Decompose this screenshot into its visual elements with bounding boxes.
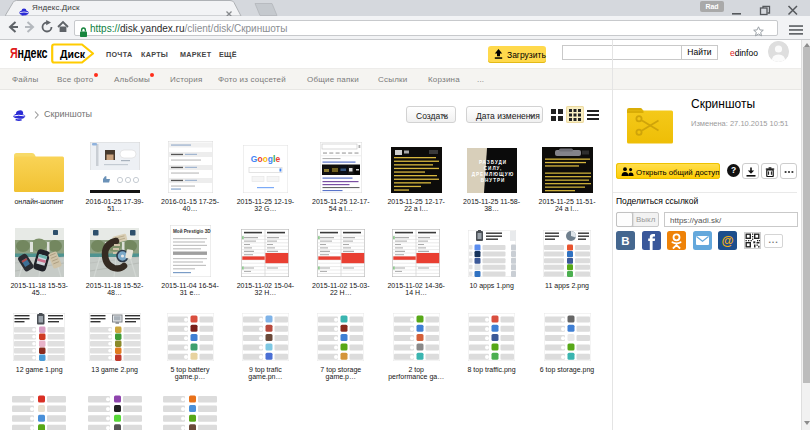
new-tab-button[interactable] bbox=[250, 2, 280, 15]
service-menu-4[interactable]: ЕЩЁ bbox=[219, 50, 237, 59]
file-tile[interactable]: Мой Prestigio 3D2015-11-04 16-54-31 e… bbox=[153, 217, 228, 297]
file-thumbnail[interactable] bbox=[90, 228, 139, 277]
tab-close-icon[interactable] bbox=[225, 4, 233, 12]
file-tile[interactable]: 5 top batterygame.p… bbox=[153, 301, 228, 381]
nav-item-3[interactable]: Альбомы bbox=[114, 75, 150, 84]
scroll-down-icon[interactable] bbox=[804, 421, 810, 425]
share-access-button[interactable]: Открыть общий доступ bbox=[616, 163, 720, 179]
file-tile[interactable]: 13 game 2.png bbox=[77, 301, 152, 373]
file-tile[interactable]: 10 apps 1.png bbox=[454, 217, 529, 289]
file-thumbnail[interactable]: Мой Prestigio 3D bbox=[170, 225, 211, 277]
file-thumbnail[interactable] bbox=[12, 394, 66, 430]
forward-icon[interactable] bbox=[23, 20, 37, 34]
file-thumbnail[interactable] bbox=[468, 230, 516, 277]
yandex-logo[interactable]: Яндекс bbox=[10, 45, 47, 61]
file-thumbnail[interactable] bbox=[468, 313, 515, 361]
username[interactable]: edinfoo bbox=[730, 48, 758, 58]
file-thumbnail[interactable] bbox=[542, 147, 593, 193]
file-thumbnail[interactable] bbox=[544, 313, 591, 361]
file-thumbnail[interactable] bbox=[317, 313, 364, 361]
more-share-button[interactable]: ... bbox=[764, 234, 783, 248]
file-tile[interactable]: 2015-11-25 12-17-22 a l… bbox=[379, 133, 454, 213]
nav-item-2[interactable]: Все фото bbox=[57, 75, 94, 84]
lock-icon[interactable] bbox=[79, 24, 88, 34]
file-tile[interactable]: 2015-11-18 15-52-48… bbox=[77, 217, 152, 297]
file-tile[interactable]: 2016-01-15 17-25-40… bbox=[153, 133, 228, 213]
search-button[interactable]: Найти bbox=[681, 45, 718, 60]
scroll-up-icon[interactable] bbox=[804, 43, 810, 47]
disk-service-tab[interactable]: Диск bbox=[51, 43, 95, 68]
file-thumbnail[interactable] bbox=[393, 313, 440, 361]
file-thumbnail[interactable] bbox=[320, 142, 362, 193]
page-scrollbar[interactable] bbox=[801, 40, 810, 430]
nav-item-4[interactable]: История bbox=[170, 75, 202, 84]
file-tile[interactable]: 2015-11-02 15-04-32 H… bbox=[228, 217, 303, 297]
file-tile[interactable]: 12 game 1.png bbox=[2, 301, 77, 373]
email-icon[interactable] bbox=[693, 231, 712, 250]
file-thumbnail[interactable] bbox=[15, 228, 64, 277]
file-tile[interactable]: 2015-11-18 15-53-45… bbox=[2, 217, 77, 297]
file-tile[interactable]: 2016-01-25 17-39-51… bbox=[77, 133, 152, 213]
file-tile[interactable]: 11 apps 2.png bbox=[530, 217, 605, 289]
yandex-disk-saucer-icon[interactable] bbox=[12, 107, 26, 119]
file-thumbnail[interactable] bbox=[391, 147, 442, 193]
help-button[interactable]: ? bbox=[727, 164, 740, 177]
file-tile[interactable]: 2015-11-25 12-17-54 a l… bbox=[303, 133, 378, 213]
odnoklassniki-icon[interactable] bbox=[667, 231, 686, 250]
file-thumbnail[interactable] bbox=[88, 394, 142, 430]
mailru-icon[interactable]: @ bbox=[718, 231, 737, 250]
upload-button[interactable]: Загрузить bbox=[488, 46, 546, 63]
reload-icon[interactable] bbox=[40, 20, 54, 34]
more-actions-button[interactable] bbox=[780, 163, 797, 179]
folder-thumbnail[interactable] bbox=[13, 151, 65, 193]
file-tile[interactable]: 8 top traffic.png bbox=[454, 301, 529, 373]
file-tile[interactable]: Google2015-11-25 12-19-32 G… bbox=[228, 133, 303, 213]
maximize-icon[interactable] bbox=[758, 2, 772, 13]
file-thumbnail[interactable] bbox=[163, 394, 217, 430]
file-tile[interactable]: 2015-11-02 14-36-14 H… bbox=[379, 217, 454, 297]
file-tile[interactable]: 2015-11-25 11-51-24 a l… bbox=[530, 133, 605, 213]
file-tile[interactable]: РАЗБУДИСИЛУ,ДРЕМЛЮЩУЮВНУТРИ2015-11-25 11… bbox=[454, 133, 529, 213]
share-link-input[interactable] bbox=[664, 212, 798, 227]
service-menu-1[interactable]: ПОЧТА bbox=[106, 50, 132, 59]
share-link-toggle[interactable]: Выкл bbox=[616, 212, 659, 227]
file-tile[interactable]: 2 topperformance ga… bbox=[379, 301, 454, 381]
close-icon[interactable] bbox=[786, 2, 800, 13]
file-thumbnail[interactable] bbox=[543, 230, 591, 277]
file-thumbnail[interactable] bbox=[241, 229, 289, 277]
file-tile[interactable]: онлайн-шопинг bbox=[2, 133, 77, 205]
list-view-icon[interactable] bbox=[584, 106, 602, 123]
file-tile[interactable]: 7 top storagegame.p… bbox=[303, 301, 378, 381]
file-tile[interactable] bbox=[153, 384, 228, 430]
scrollbar-thumb[interactable] bbox=[803, 47, 810, 383]
sort-dropdown[interactable]: Дата изменения bbox=[466, 106, 543, 123]
small-tiles-view-icon[interactable] bbox=[566, 106, 584, 123]
menu-icon[interactable] bbox=[788, 22, 804, 34]
download-button[interactable] bbox=[742, 163, 759, 179]
minimize-icon[interactable] bbox=[730, 2, 744, 13]
file-thumbnail[interactable] bbox=[13, 313, 65, 361]
vk-icon[interactable]: В bbox=[616, 231, 635, 250]
large-tiles-view-icon[interactable] bbox=[548, 106, 566, 123]
file-thumbnail[interactable]: Google bbox=[243, 145, 288, 193]
nav-item-5[interactable]: Фото из соцсетей bbox=[218, 75, 286, 84]
file-thumbnail[interactable] bbox=[167, 313, 214, 361]
nav-item-9[interactable]: ... bbox=[477, 75, 484, 84]
file-thumbnail[interactable] bbox=[317, 229, 365, 277]
file-thumbnail[interactable] bbox=[90, 142, 140, 193]
qr-code-button[interactable] bbox=[744, 232, 761, 249]
nav-item-8[interactable]: Корзина bbox=[428, 75, 460, 84]
facebook-icon[interactable] bbox=[642, 231, 661, 250]
nav-item-7[interactable]: Ссылки bbox=[378, 75, 407, 84]
star-icon[interactable] bbox=[753, 23, 764, 34]
create-button[interactable]: Создать bbox=[406, 106, 456, 123]
search-input[interactable] bbox=[562, 45, 682, 60]
file-thumbnail[interactable] bbox=[168, 141, 213, 193]
browser-tab[interactable]: Яндекс.Диск bbox=[5, 0, 245, 16]
extension-badge[interactable]: Rad bbox=[700, 1, 724, 12]
file-thumbnail[interactable]: РАЗБУДИСИЛУ,ДРЕМЛЮЩУЮВНУТРИ bbox=[467, 148, 517, 193]
nav-item-6[interactable]: Общие папки bbox=[307, 75, 359, 84]
file-thumbnail[interactable] bbox=[392, 229, 440, 277]
back-icon[interactable] bbox=[6, 20, 20, 34]
file-tile[interactable]: 2015-11-02 15-03-22 H… bbox=[303, 217, 378, 297]
